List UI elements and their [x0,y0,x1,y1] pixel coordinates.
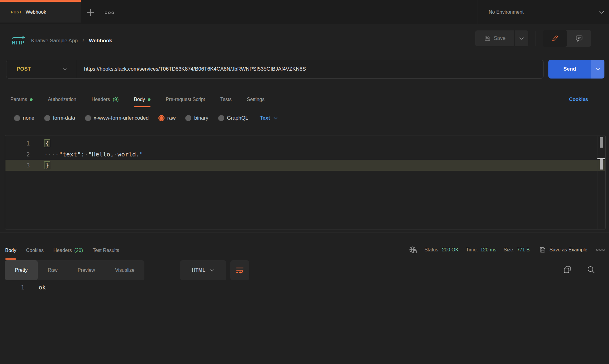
tab-pre-request-script[interactable]: Pre-request Script [166,92,205,107]
mode-form-data[interactable]: form-data [44,115,75,121]
mode-label: GraphQL [227,115,248,121]
save-icon [484,35,491,42]
new-tab-button[interactable] [86,8,95,17]
save-as-example-button[interactable]: Save as Example [539,247,587,253]
line-number: 3 [5,162,30,169]
environment-selector[interactable]: No Environment [489,0,604,24]
breadcrumb-collection[interactable]: Knative Sample App [31,38,78,44]
tab-label: Cookies [26,248,44,253]
time-pair: Time: 120 ms [466,247,496,253]
size-pair: Size: 771 B [504,247,529,253]
rename-request-button[interactable] [543,30,567,47]
open-request-tab[interactable]: POST Webhook [0,0,81,23]
response-tab-cookies[interactable]: Cookies [26,241,44,260]
url-input[interactable]: https://hooks.slack.com/services/T06TD83… [77,60,543,78]
save-button[interactable]: Save [475,30,514,46]
tab-headers[interactable]: Headers (9) [92,92,119,107]
request-body-editor[interactable]: 1 { 2 ····"text":·"Hello,·world." 3 } [5,135,606,229]
raw-language-selector[interactable]: Text [260,115,278,121]
response-tab-test-results[interactable]: Test Results [93,241,119,260]
chevron-down-icon [210,269,214,272]
mode-none[interactable]: none [14,115,34,121]
cookies-link[interactable]: Cookies [569,92,588,107]
tab-body[interactable]: Body [134,92,150,107]
save-as-example-label: Save as Example [549,247,587,253]
body-green-dot [148,98,150,101]
mode-graphql[interactable]: GraphQL [218,115,248,121]
method-selector[interactable]: POST [6,60,77,78]
radio-icon [218,115,224,121]
tab-label: Body [134,97,145,102]
radio-selected-icon [158,115,165,121]
response-view-switcher: Pretty Raw Preview Visualize [5,260,144,280]
json-key: "text": [59,151,84,158]
editor-line-2: 2 ····"text":·"Hello,·world." [5,149,597,160]
search-response-button[interactable] [587,265,595,274]
network-globe-icon[interactable] [409,246,417,254]
tab-options-button[interactable] [104,11,115,15]
mode-label: binary [194,115,208,121]
response-format-selector[interactable]: HTML [180,260,226,280]
headers-count-badge: (20) [74,248,83,253]
tab-settings[interactable]: Settings [247,92,264,107]
mode-x-www-form-urlencoded[interactable]: x-www-form-urlencoded [85,115,149,121]
whitespace-dot: · [114,151,118,158]
headers-count-badge: (9) [113,97,119,102]
chevron-down-icon [273,117,278,120]
comments-button[interactable] [567,30,591,47]
view-visualize[interactable]: Visualize [105,260,145,280]
tab-label: Authorization [48,97,76,102]
radio-icon [185,115,191,121]
line-number: 2 [5,151,30,158]
view-pretty[interactable]: Pretty [5,260,38,280]
copy-response-button[interactable] [563,265,572,274]
mode-label: raw [167,115,175,121]
response-meta-bar: Status: 200 OK Time: 120 ms Size: 771 B … [409,241,605,259]
chevron-down-icon [519,37,524,40]
plus-icon [86,8,95,17]
breadcrumb-request-name[interactable]: Webhook [89,38,112,44]
mode-binary[interactable]: binary [185,115,208,121]
tab-label: Tests [220,97,232,102]
mode-raw[interactable]: raw [158,115,175,121]
view-raw[interactable]: Raw [38,260,68,280]
tab-authorization[interactable]: Authorization [48,92,76,107]
response-tab-body[interactable]: Body [5,241,16,260]
environment-divider [477,0,477,24]
response-body-line[interactable]: 1 ok [5,282,600,292]
status-value: 200 OK [442,247,459,253]
meatballs-icon [596,248,605,251]
tab-label: Headers [53,248,72,253]
wrap-lines-button[interactable] [230,260,249,280]
mode-label: form-data [53,115,75,121]
send-button[interactable]: Send [548,60,591,79]
line-number: 1 [5,284,24,291]
response-tab-headers[interactable]: Headers (20) [53,241,83,260]
tab-method-label: POST [11,10,22,14]
tab-params[interactable]: Params [10,92,33,107]
line-number: 1 [5,140,30,147]
save-options-button[interactable] [515,30,528,46]
json-value: world." [118,151,143,158]
comment-icon [575,35,583,42]
tab-tests[interactable]: Tests [220,92,232,107]
send-options-button[interactable] [591,60,604,79]
header-icon-group [543,30,591,47]
tab-strip: POST Webhook No Environment [0,0,609,24]
tab-label: Params [10,97,27,102]
editor-line-1: 1 { [5,138,597,149]
save-icon [539,247,546,253]
save-button-label: Save [494,35,506,41]
close-brace: } [44,161,50,169]
meatballs-icon [104,11,115,15]
editor-scrollbar-thumb[interactable] [600,137,603,148]
json-value: "Hello, [88,151,114,158]
tab-label: Pre-request Script [166,97,205,102]
svg-text:HTTP: HTTP [12,40,24,45]
whitespace-dots: ···· [44,151,59,158]
language-label: Text [260,115,270,121]
view-preview[interactable]: Preview [68,260,105,280]
chevron-down-icon [599,11,604,14]
time-value: 120 ms [480,247,496,253]
response-options-button[interactable] [596,248,605,251]
